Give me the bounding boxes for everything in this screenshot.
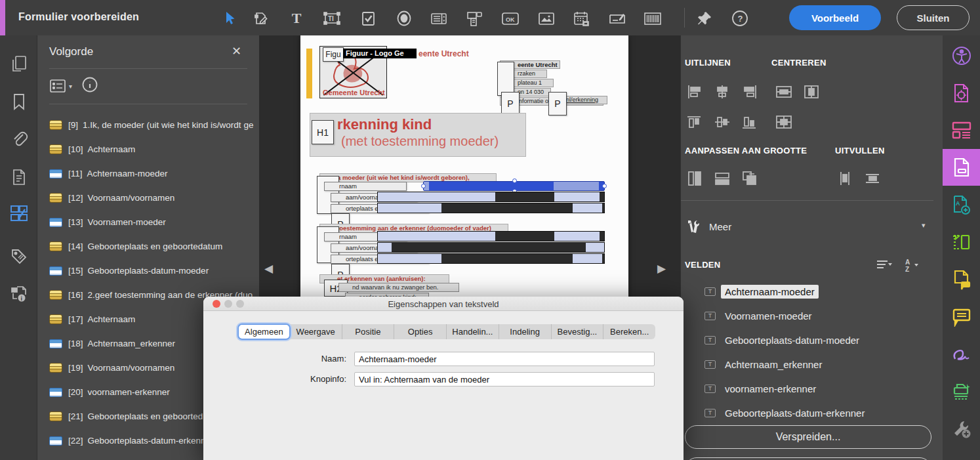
field-list-item[interactable]: T voornamen-erkenner [681, 377, 943, 401]
accessibility-icon[interactable] [951, 45, 972, 66]
distribute-horizontal-icon[interactable] [835, 169, 855, 188]
dialog-tab[interactable]: Bevestig... [552, 324, 604, 339]
add-text-icon[interactable]: T [287, 9, 306, 28]
prepare-form-icon-active[interactable] [951, 157, 972, 178]
ok-button-field-icon[interactable]: OK [500, 9, 520, 28]
align-center-h-icon[interactable] [712, 83, 732, 101]
destinations-icon[interactable] [9, 167, 29, 187]
form-field[interactable] [377, 192, 605, 202]
field-list-item[interactable]: T Achternaam-moeder [681, 280, 943, 304]
radio-field-icon[interactable] [394, 9, 414, 28]
center-vertical-icon[interactable] [802, 83, 821, 101]
dropdown-field-icon[interactable] [464, 9, 484, 28]
content-info-icon[interactable]: i [9, 284, 29, 304]
export-target-icon[interactable] [951, 83, 972, 104]
h1-tag[interactable]: H1 [312, 120, 334, 144]
page-thumbnails-icon[interactable] [9, 54, 29, 73]
match-width-icon[interactable] [712, 169, 732, 188]
previous-page-arrow[interactable]: ◀ [264, 262, 273, 276]
dialog-titlebar[interactable]: Eigenschappen van tekstveld [203, 297, 684, 311]
dialog-tab[interactable]: Indeling [499, 324, 552, 339]
order-list-item[interactable]: [13] Voornamen-moeder [37, 210, 259, 234]
text-field-icon[interactable]: TI [322, 9, 342, 28]
form-designer-icon[interactable] [951, 119, 972, 140]
help-icon[interactable]: ? [730, 9, 750, 28]
order-list-item[interactable]: [10] Achternaam [37, 137, 259, 161]
more-label[interactable]: Meer [709, 221, 731, 232]
caret-down-icon[interactable]: ▾ [922, 221, 926, 230]
align-middle-icon[interactable] [712, 113, 732, 131]
list-box-field-icon[interactable] [429, 9, 449, 28]
field-list-item[interactable]: T Achternaam_erkenner [681, 352, 943, 377]
view-options-icon[interactable]: ▾ [49, 79, 72, 93]
p-tag[interactable]: P [501, 92, 520, 115]
doc-comment-icon[interactable] [951, 269, 972, 290]
sort-alpha-icon[interactable]: AZ [904, 256, 924, 274]
resize-handle[interactable] [512, 178, 517, 183]
figure-tag[interactable]: Figu [323, 47, 344, 62]
preview-button[interactable]: Voorbeeld [789, 5, 881, 30]
dialog-tab[interactable]: Positie [342, 324, 395, 339]
distribute-button[interactable]: Verspreiden... [685, 425, 931, 449]
fill-sign-icon[interactable] [951, 344, 972, 365]
order-list-item[interactable]: [12] Voornaam/voornamen [37, 186, 259, 210]
match-height-icon[interactable] [685, 169, 704, 188]
barcode-field-icon[interactable] [643, 9, 663, 28]
signature-field-icon[interactable] [607, 9, 627, 28]
comments-icon[interactable] [951, 306, 972, 327]
pin-icon[interactable] [695, 9, 714, 28]
center-horizontal-icon[interactable] [774, 83, 794, 101]
more-tools-icon[interactable] [684, 218, 703, 236]
date-field-icon[interactable] [571, 9, 591, 28]
info-icon[interactable] [81, 76, 98, 96]
dialog-tab[interactable]: Weergave [290, 324, 342, 339]
form-field[interactable] [377, 203, 605, 213]
align-left-icon[interactable] [685, 83, 704, 101]
align-bottom-icon[interactable] [740, 113, 760, 131]
form-field[interactable] [377, 231, 605, 241]
align-top-icon[interactable] [685, 113, 704, 131]
order-list-item[interactable]: [9] 1.Ik, de moeder (uit wie het kind is… [37, 113, 259, 137]
align-right-icon[interactable] [740, 83, 760, 101]
distribute-vertical-icon[interactable] [863, 169, 882, 188]
dialog-tab[interactable]: Bereken... [603, 324, 655, 339]
resize-handle[interactable] [602, 184, 607, 188]
crop-resize-icon[interactable] [951, 232, 972, 253]
center-both-icon[interactable] [774, 113, 794, 131]
tooltip-input[interactable] [354, 372, 655, 387]
dialog-tab[interactable]: Opties [394, 324, 447, 339]
close-button[interactable]: Sluiten [897, 5, 970, 30]
partial-button[interactable] [685, 457, 931, 460]
field-order-icon[interactable] [875, 256, 895, 274]
field-list-item[interactable]: T Voornamen-moeder [681, 304, 943, 328]
p-tag[interactable]: P [548, 92, 567, 115]
attachments-icon[interactable] [9, 129, 29, 149]
image-field-icon[interactable] [537, 9, 556, 28]
order-list-item[interactable]: [15] Geboorteplaats-datum-moeder [37, 259, 259, 283]
p-tag-stack[interactable] [497, 62, 514, 96]
field-name: voornamen-erkenner [721, 382, 820, 396]
form-fields-icon-active[interactable] [9, 203, 29, 223]
scan-optimize-icon[interactable] [951, 381, 972, 402]
field-list-item[interactable]: T Geboorteplaats-datum-erkenner [681, 401, 943, 425]
tags-icon[interactable] [9, 247, 29, 266]
resize-handle[interactable] [421, 184, 426, 188]
edit-fields-icon[interactable] [251, 9, 270, 28]
field-list-item[interactable]: T Geboorteplaats-datum-moeder [681, 328, 943, 352]
dialog-tab[interactable]: Algemeen [238, 324, 290, 339]
match-both-icon[interactable] [740, 169, 760, 188]
dialog-tab[interactable]: Handelin... [447, 324, 499, 339]
bookmarks-icon[interactable] [9, 92, 29, 112]
name-input[interactable] [354, 352, 655, 366]
add-tools-icon[interactable] [951, 418, 972, 439]
order-list-item[interactable]: [14] Geboorteplaats en geboortedatum [37, 234, 259, 259]
close-panel-icon[interactable]: ✕ [232, 44, 241, 58]
selected-text-field[interactable] [423, 181, 605, 191]
next-page-arrow[interactable]: ▶ [657, 262, 666, 276]
create-pdf-icon[interactable]: A [951, 194, 972, 215]
select-pointer-icon[interactable] [220, 9, 239, 28]
form-field[interactable] [377, 242, 605, 253]
form-field[interactable] [377, 253, 605, 264]
order-list-item[interactable]: [11] Achternaam-moeder [37, 161, 259, 186]
checkbox-field-icon[interactable] [358, 9, 378, 28]
